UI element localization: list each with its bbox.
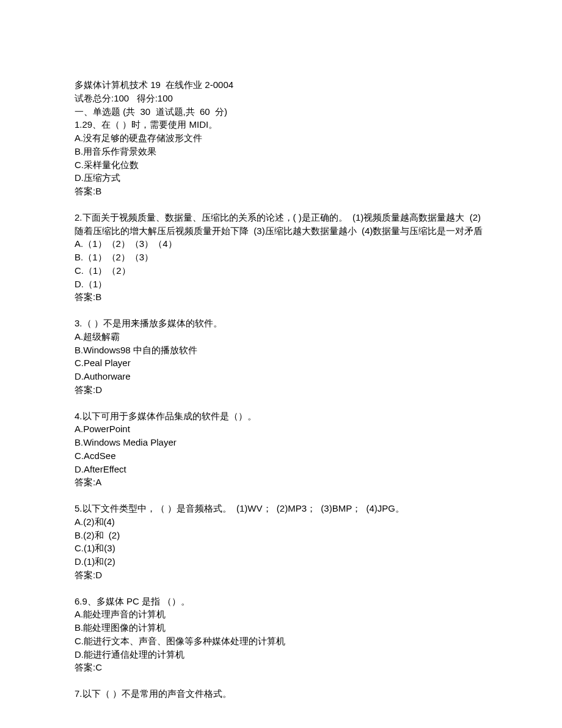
question-option: C.Peal Player bbox=[75, 356, 487, 370]
question-stem: 2.下面关于视频质量、数据量、压缩比的关系的论述，( )是正确的。 (1)视频质… bbox=[75, 211, 487, 238]
question-stem: 6.9、多媒体 PC 是指 （）。 bbox=[75, 595, 487, 608]
score-line: 试卷总分:100 得分:100 bbox=[75, 92, 487, 105]
question-option: B.(2)和 (2) bbox=[75, 529, 487, 542]
question-option: A.（1）（2）（3）（4） bbox=[75, 237, 487, 251]
question-answer: 答案:D bbox=[75, 568, 487, 582]
question-option: C.(1)和(3) bbox=[75, 542, 487, 555]
question-option: C.采样量化位数 bbox=[75, 158, 487, 172]
question-block: 2.下面关于视频质量、数据量、压缩比的关系的论述，( )是正确的。 (1)视频质… bbox=[75, 211, 487, 304]
question-option: C.（1）（2） bbox=[75, 264, 487, 278]
question-block: 7.以下（ ）不是常用的声音文件格式。 bbox=[75, 687, 487, 700]
question-stem: 4.以下可用于多媒体作品集成的软件是（）。 bbox=[75, 410, 487, 423]
question-option: D.（1） bbox=[75, 278, 487, 291]
question-option: B.Windows Media Player bbox=[75, 436, 487, 449]
question-option: B.Windows98 中自的播放软件 bbox=[75, 344, 487, 357]
question-option: A.(2)和(4) bbox=[75, 515, 487, 529]
question-option: D.Authorware bbox=[75, 370, 487, 383]
question-answer: 答案:B bbox=[75, 290, 487, 304]
question-option: C.能进行文本、声音、图像等多种媒体处理的计算机 bbox=[75, 634, 487, 648]
question-stem: 3.（ ）不是用来播放多媒体的软件。 bbox=[75, 317, 487, 330]
question-option: B.（1）（2）（3） bbox=[75, 251, 487, 264]
question-block: 4.以下可用于多媒体作品集成的软件是（）。 A.PowerPoint B.Win… bbox=[75, 410, 487, 490]
question-block: 6.9、多媒体 PC 是指 （）。 A.能处理声音的计算机 B.能处理图像的计算… bbox=[75, 595, 487, 675]
question-answer: 答案:C bbox=[75, 661, 487, 674]
question-option: D.压缩方式 bbox=[75, 171, 487, 185]
question-option: A.能处理声音的计算机 bbox=[75, 608, 487, 621]
question-option: D.(1)和(2) bbox=[75, 555, 487, 568]
question-option: A.超级解霸 bbox=[75, 330, 487, 344]
question-option: B.能处理图像的计算机 bbox=[75, 621, 487, 634]
question-answer: 答案:A bbox=[75, 476, 487, 489]
question-block: 5.以下文件类型中，（ ）是音频格式。 (1)WV； (2)MP3； (3)BM… bbox=[75, 502, 487, 582]
question-stem: 7.以下（ ）不是常用的声音文件格式。 bbox=[75, 687, 487, 700]
question-answer: 答案:B bbox=[75, 185, 487, 198]
question-option: B.用音乐作背景效果 bbox=[75, 145, 487, 158]
question-option: A.PowerPoint bbox=[75, 422, 487, 436]
section-line: 一、单选题 (共 30 道试题,共 60 分) bbox=[75, 105, 487, 119]
question-block: 3.（ ）不是用来播放多媒体的软件。 A.超级解霸 B.Windows98 中自… bbox=[75, 317, 487, 397]
document-header: 多媒体计算机技术 19 在线作业 2-0004 试卷总分:100 得分:100 … bbox=[75, 78, 487, 198]
question-option: D.AfterEffect bbox=[75, 463, 487, 476]
question-option: D.能进行通信处理的计算机 bbox=[75, 648, 487, 661]
title: 多媒体计算机技术 19 在线作业 2-0004 bbox=[75, 78, 487, 92]
question-answer: 答案:D bbox=[75, 383, 487, 397]
question-option: C.AcdSee bbox=[75, 449, 487, 463]
question-option: A.没有足够的硬盘存储波形文件 bbox=[75, 131, 487, 145]
question-stem: 5.以下文件类型中，（ ）是音频格式。 (1)WV； (2)MP3； (3)BM… bbox=[75, 502, 487, 515]
question-stem: 1.29、在（ ）时，需要使用 MIDI。 bbox=[75, 118, 487, 131]
